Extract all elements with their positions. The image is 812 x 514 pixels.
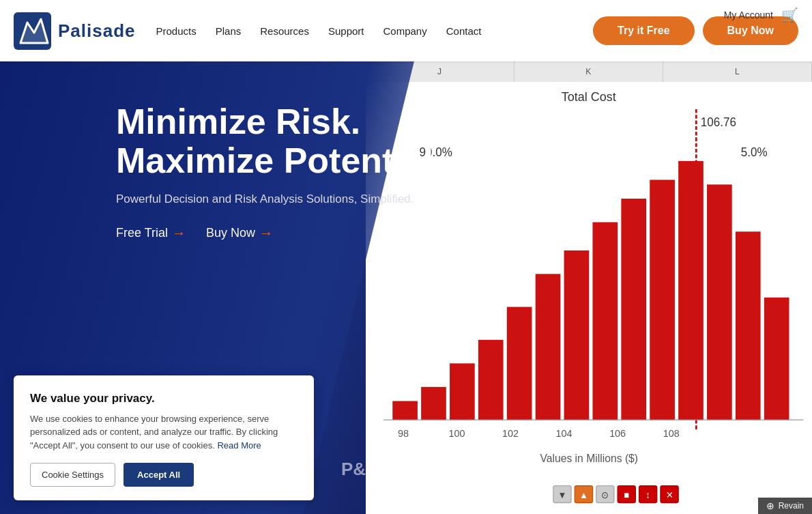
svg-text:108: 108 <box>663 428 679 439</box>
revain-watermark: ⊕ Revain <box>758 498 812 514</box>
svg-rect-14 <box>592 222 618 420</box>
accept-all-button[interactable]: Accept All <box>124 463 194 487</box>
logo-area[interactable]: Palisade <box>14 12 136 50</box>
logo-text: Palisade <box>58 20 136 42</box>
svg-rect-20 <box>764 298 789 420</box>
svg-rect-16 <box>650 180 675 420</box>
buy-now-link[interactable]: Buy Now → <box>206 225 273 241</box>
svg-text:104: 104 <box>555 428 572 439</box>
cookie-text: We use cookies to enhance your browsing … <box>30 412 298 453</box>
hero-subtitle: Powerful Decision and Risk Analysis Solu… <box>116 192 487 206</box>
free-trial-label: Free Trial <box>116 226 168 240</box>
top-bar: My Account 🛒 <box>710 0 812 30</box>
svg-text:▼: ▼ <box>557 489 566 500</box>
free-trial-arrow-icon: → <box>172 225 186 241</box>
cookie-banner: We value your privacy. We use cookies to… <box>14 375 314 501</box>
nav-resources[interactable]: Resources <box>260 25 309 37</box>
hero-buttons: Free Trial → Buy Now → <box>116 225 487 241</box>
svg-rect-15 <box>621 199 646 420</box>
svg-text:✕: ✕ <box>665 489 673 500</box>
brand-pg: P&G <box>341 459 379 480</box>
svg-text:⊙: ⊙ <box>601 489 609 500</box>
revain-label: Revain <box>779 501 804 511</box>
svg-rect-13 <box>564 251 589 420</box>
nav-plans[interactable]: Plans <box>216 25 242 37</box>
svg-text:■: ■ <box>624 489 629 500</box>
brand-merck: MERCK <box>420 459 485 480</box>
svg-rect-12 <box>535 274 560 420</box>
svg-text:↕: ↕ <box>646 489 650 500</box>
svg-rect-19 <box>735 231 760 420</box>
svg-text:Values in Millions ($): Values in Millions ($) <box>540 452 638 464</box>
free-trial-link[interactable]: Free Trial → <box>116 225 186 241</box>
cart-icon[interactable]: 🛒 <box>781 7 798 23</box>
hero-title-line1: Minimize Risk. <box>116 102 487 141</box>
cookie-title: We value your privacy. <box>30 392 298 405</box>
nav-products[interactable]: Products <box>156 25 197 37</box>
svg-text:106: 106 <box>609 428 626 439</box>
try-free-button[interactable]: Try it Free <box>593 16 694 45</box>
nav-support[interactable]: Support <box>328 25 364 37</box>
col-k: K <box>514 61 663 82</box>
nav-links: Products Plans Resources Support Company… <box>156 25 594 37</box>
svg-rect-11 <box>506 307 532 420</box>
nav-contact[interactable]: Contact <box>446 25 482 37</box>
svg-text:▲: ▲ <box>579 489 588 500</box>
cookie-settings-button[interactable]: Cookie Settings <box>30 463 115 487</box>
revain-icon: ⊕ <box>766 500 774 511</box>
cookie-buttons: Cookie Settings Accept All <box>30 463 298 487</box>
svg-rect-17 <box>678 161 704 420</box>
navbar: Palisade Products Plans Resources Suppor… <box>0 0 812 61</box>
my-account-link[interactable]: My Account <box>724 10 773 20</box>
buy-now-arrow-icon: → <box>259 225 273 241</box>
hero-title-line2: Maximize Potential. <box>116 141 487 180</box>
buy-now-label: Buy Now <box>206 226 255 240</box>
read-more-link[interactable]: Read More <box>217 440 261 451</box>
col-l: L <box>663 61 812 82</box>
svg-text:106.76: 106.76 <box>700 115 736 129</box>
svg-text:5.0%: 5.0% <box>740 145 767 160</box>
nav-company[interactable]: Company <box>383 25 427 37</box>
svg-rect-18 <box>707 184 732 420</box>
palisade-logo-icon <box>14 12 51 50</box>
svg-text:102: 102 <box>502 428 519 439</box>
